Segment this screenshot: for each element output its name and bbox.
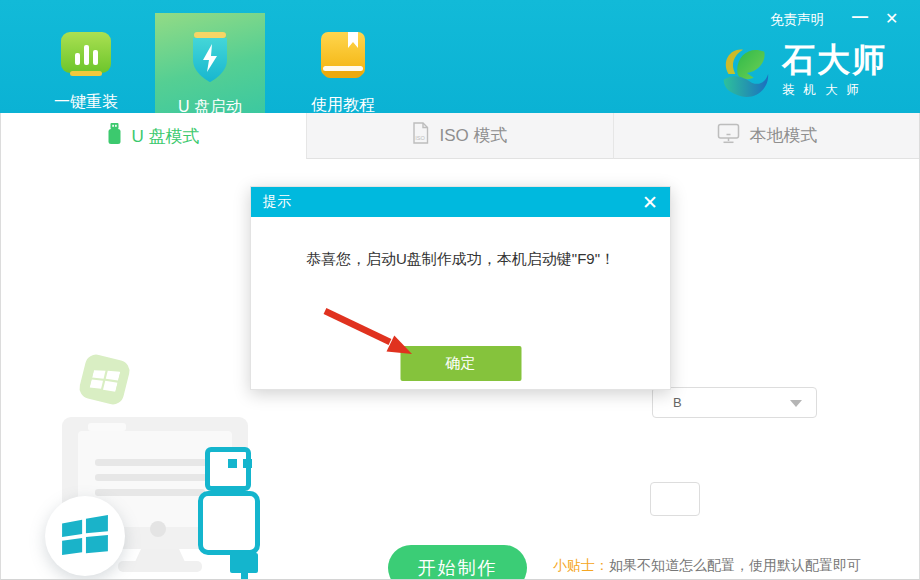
monitor-illustration: [62, 417, 248, 549]
dialog-message: 恭喜您，启动U盘制作成功，本机启动键"F9"！: [251, 250, 670, 269]
usb-plug-body: [198, 491, 260, 555]
nav-label: 一键重装: [54, 92, 118, 113]
tip-text: 小贴士：如果不知道怎么配置，使用默认配置即可: [553, 557, 861, 575]
monitor-stand-base: [118, 561, 202, 572]
app-window: 一键重装 U 盘启动: [0, 0, 920, 580]
usb-plug-pin: [243, 459, 252, 468]
usb-cable: [241, 571, 248, 580]
minimize-button[interactable]: —: [852, 8, 868, 26]
nav-item-tutorial[interactable]: 使用教程: [288, 13, 398, 113]
monitor-stand: [135, 549, 185, 562]
dialog-title: 提示: [263, 193, 291, 211]
dialog-ok-button[interactable]: 确定: [400, 346, 521, 381]
brand-subtitle: 装机大师: [782, 82, 887, 99]
tab-label: U 盘模式: [132, 125, 200, 148]
usb-plug-connector: [230, 553, 258, 573]
brand-name: 石大师: [782, 42, 887, 78]
success-dialog: 提示 ✕ 恭喜您，启动U盘制作成功，本机启动键"F9"！ 确定: [250, 186, 671, 390]
dialog-close-icon[interactable]: ✕: [642, 193, 658, 212]
close-button[interactable]: ✕: [885, 9, 898, 28]
dialog-header: 提示 ✕: [251, 187, 670, 217]
tab-local-mode[interactable]: 本地模式: [613, 113, 920, 159]
disclaimer-link[interactable]: 免责声明: [770, 11, 824, 29]
brand-mark-icon: [714, 42, 772, 106]
nav-item-usb-boot[interactable]: U 盘启动: [155, 13, 265, 113]
tab-label: ISO 模式: [439, 124, 507, 147]
tab-iso-mode[interactable]: ISO ISO 模式: [306, 113, 613, 159]
config-input-partial[interactable]: [650, 482, 700, 516]
windows-logo-circle: [45, 496, 125, 576]
brand-logo: 石大师 装机大师: [714, 42, 887, 106]
chart-icon: [60, 32, 112, 83]
usb-drive-icon: [107, 123, 122, 150]
usb-device-select-value: B: [673, 395, 682, 410]
mode-tabs: U 盘模式 ISO ISO 模式 本地模式: [0, 113, 920, 159]
tab-usb-mode[interactable]: U 盘模式: [0, 113, 306, 159]
tab-label: 本地模式: [750, 124, 818, 147]
chevron-down-icon: [790, 400, 802, 407]
windows-watermark-square: [77, 352, 132, 407]
shield-bolt-icon: [185, 32, 235, 88]
tip-label: 小贴士：: [553, 557, 609, 573]
book-icon: [320, 32, 366, 86]
iso-badge: ISO: [416, 135, 426, 141]
nav-item-one-click-reinstall[interactable]: 一键重装: [31, 13, 141, 113]
monitor-icon: [717, 123, 740, 149]
app-header: 一键重装 U 盘启动: [0, 0, 920, 113]
start-make-button[interactable]: 开始制作: [388, 545, 527, 580]
tip-body: 如果不知道怎么配置，使用默认配置即可: [609, 557, 861, 573]
usb-plug-illustration: [205, 447, 251, 491]
usb-device-select[interactable]: B: [652, 387, 817, 418]
iso-file-icon: ISO: [412, 122, 429, 149]
usb-plug-pin: [228, 459, 237, 468]
